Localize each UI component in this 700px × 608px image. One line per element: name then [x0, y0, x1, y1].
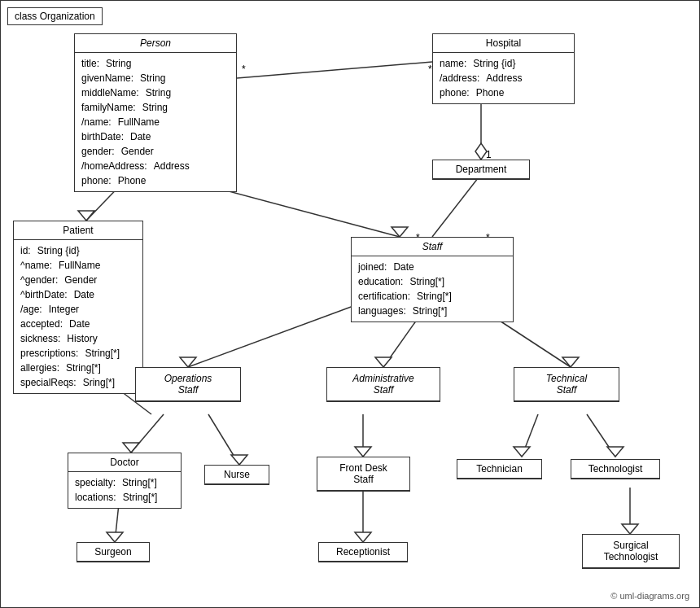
- svg-line-24: [115, 504, 119, 542]
- svg-marker-5: [475, 143, 487, 160]
- staff-attrs: joined:Date education:String[*] certific…: [352, 256, 513, 321]
- svg-line-22: [587, 414, 615, 457]
- patient-attrs: id:String {id} ^name:FullName ^gender:Ge…: [14, 240, 142, 393]
- hospital-class: Hospital name:String {id} /address:Addre…: [432, 33, 575, 104]
- technologist-class: Technologist: [571, 459, 660, 479]
- patient-class: Patient id:String {id} ^name:FullName ^g…: [13, 221, 143, 394]
- svg-line-14: [131, 414, 164, 453]
- tech-staff-title: TechnicalStaff: [514, 368, 619, 401]
- frontdesk-title: Front DeskStaff: [317, 457, 409, 491]
- svg-marker-15: [123, 443, 139, 453]
- surgical-tech-title: SurgicalTechnologist: [583, 535, 679, 568]
- ops-staff-title: OperationsStaff: [136, 368, 240, 401]
- svg-text:*: *: [242, 63, 246, 75]
- copyright: © uml-diagrams.org: [610, 591, 689, 601]
- svg-line-7: [237, 62, 432, 78]
- hospital-title: Hospital: [433, 34, 574, 53]
- person-title: Person: [75, 34, 236, 53]
- receptionist-class: Receptionist: [318, 542, 408, 562]
- patient-title: Patient: [14, 221, 142, 240]
- svg-line-8: [188, 298, 375, 367]
- staff-title: Staff: [352, 238, 513, 256]
- technologist-title: Technologist: [571, 460, 659, 479]
- doctor-attrs: specialty:String[*] locations:String[*]: [68, 472, 181, 508]
- svg-marker-19: [355, 447, 371, 457]
- department-title: Department: [433, 160, 529, 179]
- ops-staff-class: OperationsStaff: [135, 367, 241, 402]
- technician-class: Technician: [457, 459, 542, 479]
- nurse-class: Nurse: [204, 465, 269, 485]
- department-class: Department: [432, 160, 530, 180]
- doctor-class: Doctor specialty:String[*] locations:Str…: [68, 453, 182, 509]
- svg-marker-23: [607, 447, 623, 457]
- doctor-title: Doctor: [68, 453, 181, 472]
- svg-line-6: [432, 174, 481, 237]
- nurse-title: Nurse: [205, 466, 269, 484]
- diagram-container: class Organization: [0, 0, 700, 608]
- svg-marker-9: [180, 357, 196, 367]
- svg-line-20: [522, 414, 538, 457]
- surgical-tech-class: SurgicalTechnologist: [582, 534, 680, 569]
- svg-marker-29: [622, 524, 638, 534]
- admin-staff-class: AdministrativeStaff: [326, 367, 440, 402]
- tech-staff-class: TechnicalStaff: [514, 367, 619, 402]
- admin-staff-title: AdministrativeStaff: [327, 368, 440, 401]
- person-attrs: title:String givenName:String middleName…: [75, 53, 236, 191]
- svg-marker-13: [562, 357, 579, 367]
- surgeon-class: Surgeon: [77, 542, 150, 562]
- svg-line-16: [208, 414, 239, 465]
- svg-marker-21: [514, 447, 530, 457]
- diagram-title: class Organization: [7, 7, 103, 25]
- svg-marker-17: [231, 455, 247, 465]
- svg-text:1: 1: [486, 149, 492, 160]
- frontdesk-class: Front DeskStaff: [317, 457, 410, 492]
- svg-marker-11: [375, 357, 392, 367]
- svg-marker-27: [355, 532, 371, 542]
- receptionist-title: Receptionist: [319, 543, 407, 562]
- surgeon-title: Surgeon: [77, 543, 149, 562]
- staff-class: Staff joined:Date education:String[*] ce…: [351, 237, 514, 322]
- svg-marker-25: [107, 532, 123, 542]
- svg-marker-2: [78, 211, 94, 221]
- person-class: Person title:String givenName:String mid…: [74, 33, 237, 192]
- technician-title: Technician: [457, 460, 541, 479]
- hospital-attrs: name:String {id} /address:Address phone:…: [433, 53, 574, 103]
- svg-marker-3: [392, 227, 408, 237]
